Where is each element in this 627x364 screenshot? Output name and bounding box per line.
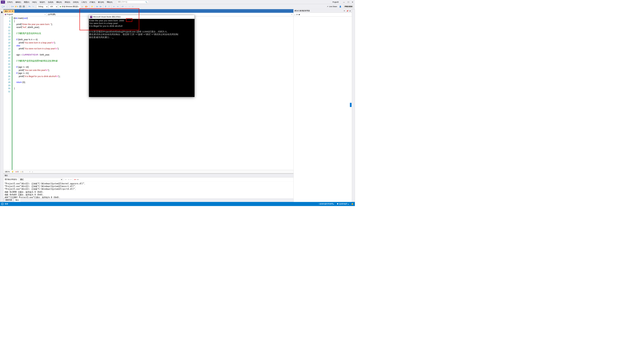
hot-reload-button[interactable]: 🔥▾ (84, 5, 88, 8)
pin-icon[interactable]: 📌 (9, 10, 10, 12)
select-repo[interactable]: 选择存储库 (339, 203, 347, 205)
nav-down-icon[interactable]: ↓ (32, 171, 33, 173)
console-body: Enter the year you were born: 2000 You w… (89, 19, 194, 39)
menu-item[interactable]: 工具(T) (80, 0, 88, 4)
tab-error-list[interactable]: 错误列表 (3, 198, 14, 202)
scroll-marker (350, 103, 352, 107)
run-no-debug-button[interactable]: ▷ (81, 5, 84, 8)
solution-explorer: 解决方案资源管理器 ▾ 📌 ✕ ⌂ ⟳ ⇄ (293, 9, 352, 202)
live-share-button[interactable]: Live Share (329, 6, 337, 8)
comment-button[interactable]: ⁋ (104, 5, 107, 8)
preview-badge: PREVIEW (343, 5, 354, 8)
menu-item[interactable]: 视图(V) (22, 0, 31, 4)
word-wrap-icon[interactable]: ↩ (70, 178, 72, 180)
bm-next-button[interactable]: ⇨ (128, 5, 131, 8)
zoom-label[interactable]: 100 % (5, 171, 9, 173)
menu-item[interactable]: 扩展(X) (88, 0, 97, 4)
nav-back-button[interactable]: ◯ ▾ (1, 5, 5, 8)
new-file-button[interactable]: 🗋▾ (11, 5, 14, 8)
nav-up-icon[interactable]: ↑ (29, 171, 30, 173)
indent-button[interactable]: ⇥ (116, 5, 119, 8)
config-dropdown[interactable]: Debug (37, 5, 48, 8)
undo-button[interactable]: ↶▾ (28, 5, 31, 8)
output-body[interactable]: “Project5.exe”(Win32): 已加载“C:\Windows\Sy… (3, 182, 293, 198)
open-file-button[interactable]: 📂▾ (15, 5, 18, 8)
ready-label: 就绪 (5, 203, 8, 205)
titlebar: VS 文件(F)编辑(E)视图(V)Git(G)项目(P)生成(B)调试(D)测… (0, 0, 355, 4)
run-button[interactable]: ▶ 本地 Windows 调试器 ▾ (58, 5, 81, 8)
editor-tab[interactable]: 源.c 📌 ✕ (3, 9, 14, 13)
error-icon: ⊘ (15, 171, 17, 173)
editor-statusbar: 100 % 💡 ⊘ 0 ⚠ 1 ↑ ↓ (3, 170, 293, 173)
menu-item[interactable]: 测试(S) (63, 0, 71, 4)
ready-icon (1, 203, 3, 205)
project-icon: ▣ (5, 13, 6, 15)
tab-label: 源.c (5, 10, 8, 12)
close-icon[interactable]: ✕ (349, 10, 351, 12)
solution-explorer-title: 解决方案资源管理器 (295, 10, 343, 12)
home-icon[interactable]: ⌂ (294, 14, 295, 16)
save-button[interactable]: 💾 (19, 5, 22, 8)
sync-icon[interactable]: ⇄ (299, 14, 300, 16)
platform-dropdown[interactable]: x64 (49, 5, 58, 8)
pin-icon[interactable]: 📌 (346, 10, 348, 12)
editor-tabstrip: 源.c 📌 ✕ (3, 9, 293, 13)
uncomment-button[interactable]: ⁋ (107, 5, 110, 8)
project-name: Project5 (330, 1, 341, 3)
toolbox-side-tab[interactable]: 工具箱 (0, 9, 3, 202)
save-all-button[interactable]: 💾 (22, 5, 25, 8)
account-icon[interactable]: 👤 (339, 6, 341, 8)
close-icon[interactable]: ✕ (352, 1, 353, 3)
menu-item[interactable]: 窗口(W) (97, 0, 105, 4)
menu-item[interactable]: 调试(D) (55, 0, 63, 4)
lightbulb-icon[interactable]: 💡 (11, 171, 13, 173)
menu-item[interactable]: 帮助(H) (105, 0, 114, 4)
menu-item[interactable]: 生成(B) (46, 0, 55, 4)
console-title: Microsoft Visual Studio 调试控制台 (93, 16, 121, 18)
tab-output[interactable]: 输出 (14, 198, 21, 202)
play-icon: ▶ (60, 6, 61, 8)
search-placeholder: 搜索 (Ctrl+Q) (118, 1, 127, 3)
output-panel: 输出 显示输出来源(S): 调试 ⇤ ⇥ ↩ ✕≡ ≡ “Project5.ex… (3, 173, 293, 198)
debug-console-window[interactable]: VS Microsoft Visual Studio 调试控制台 Enter t… (89, 15, 194, 97)
vs-icon: VS (90, 16, 92, 18)
tab-close-icon[interactable]: ✕ (12, 10, 13, 12)
refresh-icon[interactable]: ⟳ (296, 14, 298, 16)
menu-item[interactable]: 编辑(E) (14, 0, 22, 4)
bm-clear-button[interactable]: ⊘ (131, 5, 134, 8)
right-side-tab[interactable] (352, 9, 355, 202)
nav-fwd-button[interactable]: ◯ (6, 5, 8, 8)
outdent-button[interactable]: ⇤ (113, 5, 115, 8)
maximize-icon[interactable]: ☐ (348, 1, 349, 3)
line-gutter: 7891011121314151617181920212223242526272… (3, 16, 12, 170)
console-titlebar[interactable]: VS Microsoft Visual Studio 调试控制台 (89, 15, 194, 19)
output-source-label: 显示输出来源(S): (5, 178, 17, 181)
redo-button[interactable]: ↷▾ (31, 5, 34, 8)
minimize-icon[interactable]: — (343, 1, 345, 3)
output-header: 输出 (3, 174, 293, 177)
menu-item[interactable]: Git(G) (31, 0, 38, 4)
output-source-dropdown[interactable]: 调试 (18, 178, 63, 181)
search-icon: 🔍 (145, 1, 147, 3)
layout2-button[interactable]: ⧉▾ (99, 5, 102, 8)
menu-item[interactable]: 文件(F) (6, 0, 14, 4)
menu-item[interactable]: 项目(P) (38, 0, 46, 4)
indent-less-icon[interactable]: ⇤ (65, 178, 67, 180)
dropdown-icon[interactable]: ▾ (344, 10, 345, 11)
bookmark-button[interactable]: 🏷 (121, 5, 124, 8)
warning-icon: ⚠ (20, 171, 22, 173)
notifications-icon[interactable]: 🔔 (351, 203, 353, 205)
menu-item[interactable]: 分析(N) (71, 0, 80, 4)
vs-logo-icon: VS (1, 0, 5, 3)
search-box[interactable]: 搜索 (Ctrl+Q) 🔍 (117, 0, 149, 3)
bm-prev-button[interactable]: ⇦ (125, 5, 127, 8)
toolbar: ◯ ▾ ◯ 🗋▾ 📂▾ 💾 💾 ↶▾ ↷▾ Debug x64 ▶ 本地 Win… (0, 4, 355, 9)
clear-output-icon[interactable]: ✕≡ (74, 178, 76, 180)
layout-button[interactable]: ⧉▾ (96, 5, 99, 8)
add-source-control[interactable]: 添加到源代码管理 (319, 203, 333, 205)
app-statusbar: 就绪 ↑ 添加到源代码管理 ▴ ◆ 选择存储库 ▴ 🔔 (0, 202, 355, 206)
scope-project-dropdown[interactable]: ▣ Project5 (3, 13, 46, 16)
folder-button[interactable]: 📁 (91, 5, 94, 8)
indent-more-icon[interactable]: ⇥ (68, 178, 69, 180)
toggle-output-icon[interactable]: ≡ (77, 178, 78, 180)
